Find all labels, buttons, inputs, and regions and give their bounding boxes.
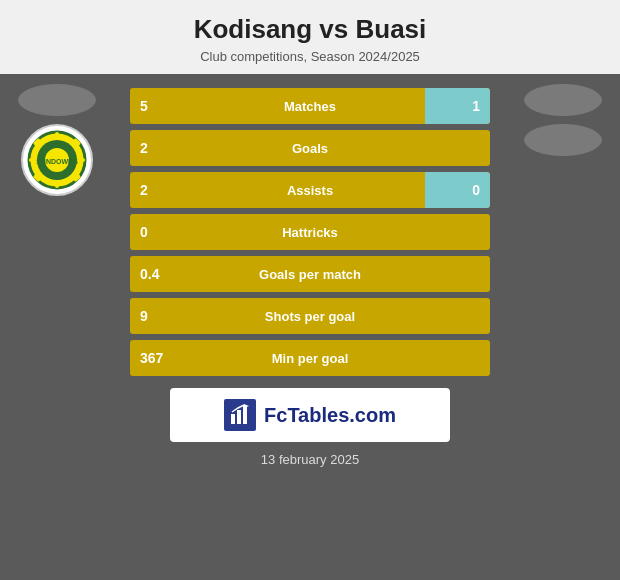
right-team-badges: [524, 84, 602, 156]
svg-rect-8: [73, 138, 81, 146]
svg-rect-10: [73, 174, 81, 182]
stat-bar: 5Matches1: [130, 88, 490, 124]
stat-left-value: 0: [140, 224, 148, 240]
stat-bar: 0.4Goals per match: [130, 256, 490, 292]
svg-rect-7: [33, 138, 41, 146]
fctables-banner[interactable]: FcTables.com: [170, 388, 450, 442]
svg-point-1: [37, 140, 77, 180]
svg-rect-13: [237, 410, 241, 424]
footer-date: 13 february 2025: [261, 452, 359, 467]
stat-left-value: 2: [140, 182, 148, 198]
fctables-label: FcTables.com: [264, 404, 396, 427]
svg-point-0: [29, 132, 85, 188]
left-oval-badge: [18, 84, 96, 116]
svg-point-2: [45, 148, 69, 172]
stat-bar: 367Min per goal: [130, 340, 490, 376]
stat-label: Hattricks: [282, 225, 338, 240]
stat-label: Goals: [292, 141, 328, 156]
stat-left-value: 2: [140, 140, 148, 156]
svg-rect-5: [29, 158, 37, 162]
svg-rect-14: [243, 406, 247, 424]
stat-row: 5Matches1: [130, 88, 490, 124]
stat-left-value: 5: [140, 98, 148, 114]
stat-row: 367Min per goal: [130, 340, 490, 376]
svg-text:SUNDOWNS: SUNDOWNS: [36, 158, 78, 165]
stat-row: 9Shots per goal: [130, 298, 490, 334]
stat-bar: 0Hattricks: [130, 214, 490, 250]
stat-label: Goals per match: [259, 267, 361, 282]
stat-left-value: 9: [140, 308, 148, 324]
stat-label: Assists: [287, 183, 333, 198]
sundowns-logo-svg: SUNDOWNS: [27, 130, 87, 190]
page-title: Kodisang vs Buasi: [20, 14, 600, 45]
stat-label: Matches: [284, 99, 336, 114]
left-team-logo: SUNDOWNS: [21, 124, 93, 196]
svg-rect-12: [231, 414, 235, 424]
stat-left-value: 367: [140, 350, 163, 366]
stat-row: 2Goals: [130, 130, 490, 166]
svg-rect-3: [55, 132, 59, 140]
stat-right-value: 1: [472, 98, 480, 114]
right-oval-badge-1: [524, 84, 602, 116]
stat-row: 2Assists0: [130, 172, 490, 208]
stat-label: Min per goal: [272, 351, 349, 366]
svg-rect-4: [55, 180, 59, 188]
left-team-badge: SUNDOWNS: [18, 84, 96, 196]
fctables-logo-icon: [229, 404, 251, 426]
fctables-icon: [224, 399, 256, 431]
stat-right-value: 0: [472, 182, 480, 198]
stat-left-value: 0.4: [140, 266, 159, 282]
stat-row: 0.4Goals per match: [130, 256, 490, 292]
stat-bar: 2Goals: [130, 130, 490, 166]
right-oval-badge-2: [524, 124, 602, 156]
stat-label: Shots per goal: [265, 309, 355, 324]
subtitle: Club competitions, Season 2024/2025: [20, 49, 600, 64]
stat-bar: 9Shots per goal: [130, 298, 490, 334]
header: Kodisang vs Buasi Club competitions, Sea…: [0, 0, 620, 74]
stat-row: 0Hattricks: [130, 214, 490, 250]
svg-rect-9: [33, 174, 41, 182]
svg-rect-6: [77, 158, 85, 162]
stats-container: 5Matches12Goals2Assists00Hattricks0.4Goa…: [130, 88, 490, 376]
content-area: SUNDOWNS 5Matches12Goals2Assists00Hattri…: [0, 74, 620, 580]
stat-bar: 2Assists0: [130, 172, 490, 208]
